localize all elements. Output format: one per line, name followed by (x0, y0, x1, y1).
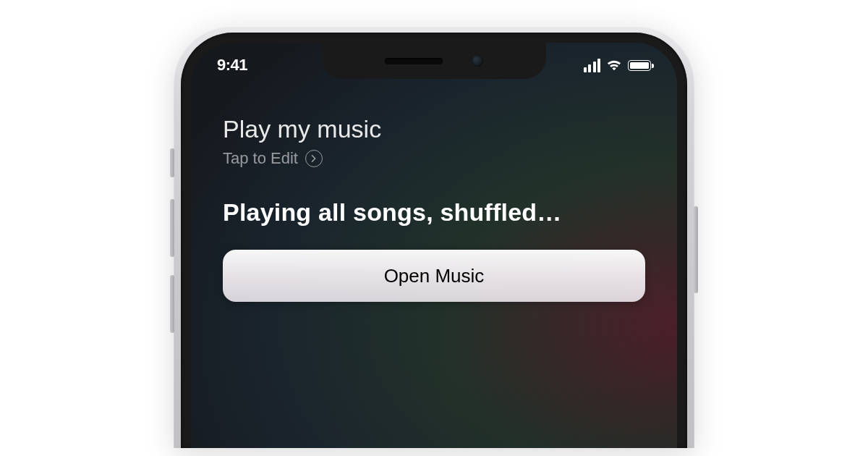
phone-screen: 9:41 Play my music (191, 43, 677, 448)
mute-switch (170, 148, 174, 177)
battery-icon (628, 60, 651, 71)
tap-to-edit-label: Tap to Edit (223, 149, 298, 168)
siri-user-query: Play my music (223, 115, 645, 143)
siri-content: Play my music Tap to Edit Playing all so… (223, 115, 645, 302)
tap-to-edit-button[interactable]: Tap to Edit (223, 149, 323, 168)
display-notch (322, 43, 546, 79)
volume-down-button (170, 275, 174, 333)
open-music-label: Open Music (384, 265, 485, 287)
cellular-signal-icon (584, 59, 601, 72)
chevron-right-icon (305, 150, 323, 167)
power-button (694, 206, 698, 293)
status-icons (584, 54, 652, 72)
status-time: 9:41 (217, 51, 247, 75)
siri-response-text: Playing all songs, shuffled… (223, 198, 645, 227)
phone-device-frame: 9:41 Play my music (174, 25, 694, 448)
volume-up-button (170, 199, 174, 257)
earpiece-speaker (385, 58, 443, 64)
wifi-icon (606, 59, 622, 72)
open-music-button[interactable]: Open Music (223, 250, 645, 302)
phone-bezel: 9:41 Play my music (181, 33, 687, 448)
front-camera (472, 55, 483, 67)
